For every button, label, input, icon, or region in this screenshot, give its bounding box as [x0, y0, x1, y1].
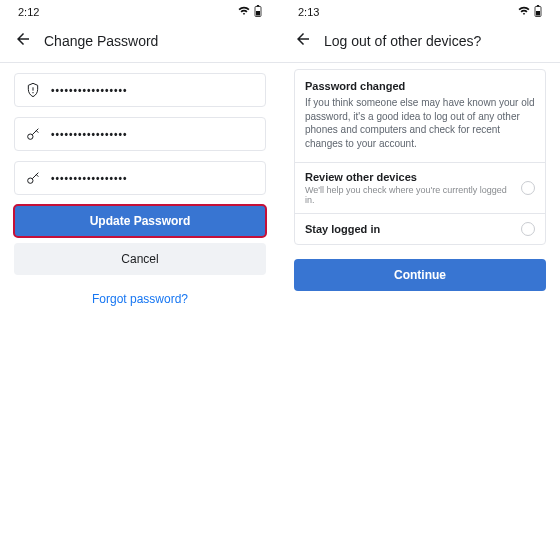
divider	[280, 62, 560, 63]
wifi-icon	[238, 6, 250, 18]
svg-rect-1	[256, 11, 260, 16]
battery-icon	[534, 5, 542, 19]
page-title: Log out of other devices?	[324, 33, 481, 49]
forgot-password-row: Forgot password?	[14, 289, 266, 307]
forgot-password-link[interactable]: Forgot password?	[92, 292, 188, 306]
cancel-label: Cancel	[121, 252, 158, 266]
card-body: Password changed If you think someone el…	[295, 70, 545, 162]
key-icon	[25, 126, 41, 142]
password-form: ••••••••••••••••• ••••••••••••••••• ••••…	[0, 73, 280, 307]
current-password-field[interactable]: •••••••••••••••••	[14, 73, 266, 107]
status-icons	[238, 5, 262, 19]
screen-logout-devices: 2:13 Log out of other devices? Password …	[280, 0, 560, 560]
svg-rect-2	[257, 5, 259, 7]
screen-change-password: 2:12 Change Password •••••••••••••••••	[0, 0, 280, 560]
option-sub: We'll help you check where you're curren…	[305, 185, 513, 205]
option-stay-logged-in[interactable]: Stay logged in	[295, 213, 545, 244]
new-password-value: •••••••••••••••••	[51, 129, 128, 140]
option-title: Review other devices	[305, 171, 513, 183]
current-password-value: •••••••••••••••••	[51, 85, 128, 96]
option-review-devices[interactable]: Review other devices We'll help you chec…	[295, 162, 545, 213]
continue-label: Continue	[394, 268, 446, 282]
svg-point-8	[28, 178, 33, 183]
page-title: Change Password	[44, 33, 158, 49]
svg-line-10	[36, 175, 38, 177]
status-time: 2:13	[298, 6, 319, 18]
option-title: Stay logged in	[305, 223, 513, 235]
option-main: Stay logged in	[305, 223, 513, 235]
svg-rect-13	[537, 5, 539, 7]
card-title: Password changed	[305, 80, 535, 92]
continue-wrap: Continue	[280, 245, 560, 291]
status-icons	[518, 5, 542, 19]
battery-icon	[254, 5, 262, 19]
radio-icon[interactable]	[521, 222, 535, 236]
new-password-field[interactable]: •••••••••••••••••	[14, 117, 266, 151]
back-icon[interactable]	[14, 30, 32, 52]
svg-line-7	[36, 131, 38, 133]
confirm-password-value: •••••••••••••••••	[51, 173, 128, 184]
card-text: If you think someone else may have known…	[305, 96, 535, 150]
divider	[0, 62, 280, 63]
wifi-icon	[518, 6, 530, 18]
continue-button[interactable]: Continue	[294, 259, 546, 291]
option-main: Review other devices We'll help you chec…	[305, 171, 513, 205]
key-icon	[25, 170, 41, 186]
info-card: Password changed If you think someone el…	[294, 69, 546, 245]
cancel-button[interactable]: Cancel	[14, 243, 266, 275]
header: Log out of other devices?	[280, 24, 560, 62]
update-password-button[interactable]: Update Password	[14, 205, 266, 237]
svg-point-5	[28, 134, 33, 139]
radio-icon[interactable]	[521, 181, 535, 195]
back-icon[interactable]	[294, 30, 312, 52]
status-bar: 2:13	[280, 0, 560, 24]
confirm-password-field[interactable]: •••••••••••••••••	[14, 161, 266, 195]
svg-rect-12	[536, 11, 540, 16]
status-time: 2:12	[18, 6, 39, 18]
shield-icon	[25, 82, 41, 98]
update-password-label: Update Password	[90, 214, 191, 228]
svg-point-4	[32, 92, 33, 93]
status-bar: 2:12	[0, 0, 280, 24]
header: Change Password	[0, 24, 280, 62]
